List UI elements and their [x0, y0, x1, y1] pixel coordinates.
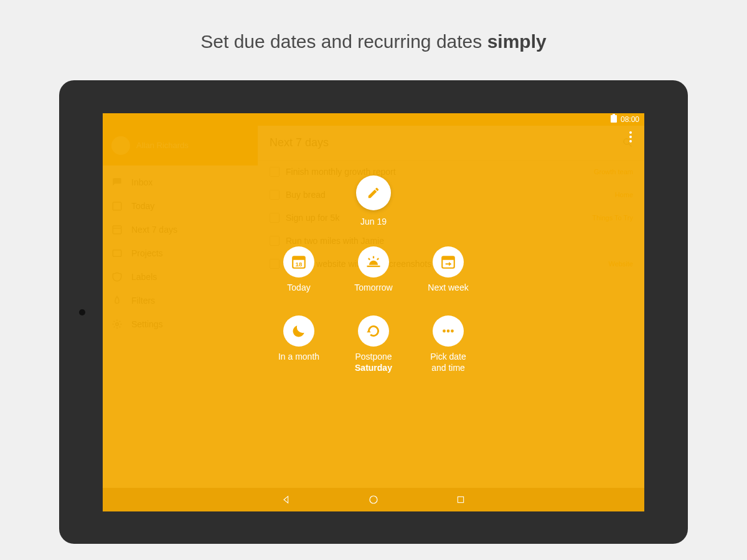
- date-option-today[interactable]: 18 Today: [261, 246, 336, 294]
- android-nav-bar: [103, 488, 644, 511]
- toolbar: [622, 128, 639, 146]
- nav-back-button[interactable]: [280, 493, 293, 506]
- svg-line-13: [377, 258, 378, 259]
- edit-date-button[interactable]: [356, 175, 391, 210]
- svg-line-12: [369, 258, 370, 259]
- date-option-pick-date-time[interactable]: Pick date and time: [411, 315, 486, 373]
- option-label-line1: Pick date: [430, 352, 466, 363]
- option-label-line2: and time: [431, 363, 465, 374]
- svg-rect-20: [458, 497, 463, 502]
- sunrise-icon: [365, 253, 382, 271]
- date-options-grid: 18 Today: [261, 246, 486, 374]
- device-screen: 08:00 Allan Richards Inbox Today: [103, 113, 644, 511]
- status-bar: 08:00: [103, 113, 644, 126]
- option-label: Next week: [428, 282, 468, 294]
- nav-recent-button[interactable]: [454, 493, 467, 506]
- svg-text:18: 18: [296, 260, 303, 267]
- option-label: Today: [287, 282, 310, 294]
- option-label-line1: Postpone: [355, 352, 392, 363]
- tablet-camera: [79, 309, 85, 315]
- option-label: In a month: [278, 352, 319, 363]
- svg-rect-15: [442, 256, 454, 259]
- date-option-next-week[interactable]: Next week: [411, 246, 486, 294]
- ellipsis-icon: [440, 323, 456, 339]
- postpone-icon: [365, 323, 382, 339]
- svg-point-17: [447, 330, 450, 333]
- current-date-label: Jun 19: [360, 217, 387, 226]
- headline-bold: simply: [487, 31, 547, 52]
- option-label-line2: Saturday: [355, 363, 392, 374]
- moon-icon: [291, 323, 307, 339]
- marketing-headline: Set due dates and recurring dates simply: [0, 31, 747, 52]
- tablet-frame: 08:00 Allan Richards Inbox Today: [59, 80, 688, 544]
- svg-point-19: [370, 496, 377, 503]
- square-recent-icon: [456, 495, 466, 505]
- svg-point-18: [451, 330, 454, 333]
- battery-icon: [611, 114, 617, 124]
- triangle-back-icon: [281, 495, 291, 505]
- date-picker-overlay[interactable]: Jun 19 18 Today: [103, 126, 644, 488]
- svg-rect-8: [293, 256, 305, 259]
- pencil-icon: [367, 186, 380, 200]
- circle-home-icon: [368, 494, 379, 505]
- date-option-postpone[interactable]: Postpone Saturday: [336, 315, 411, 373]
- overflow-menu-button[interactable]: [622, 128, 639, 146]
- status-clock: 08:00: [621, 115, 639, 124]
- date-option-tomorrow[interactable]: Tomorrow: [336, 246, 411, 294]
- svg-point-16: [443, 330, 446, 333]
- option-label: Tomorrow: [354, 282, 392, 294]
- nav-home-button[interactable]: [367, 493, 380, 506]
- calendar-today-icon: 18: [291, 254, 307, 270]
- calendar-next-icon: [440, 254, 456, 270]
- date-option-in-a-month[interactable]: In a month: [261, 315, 336, 373]
- headline-text: Set due dates and recurring dates: [200, 31, 487, 52]
